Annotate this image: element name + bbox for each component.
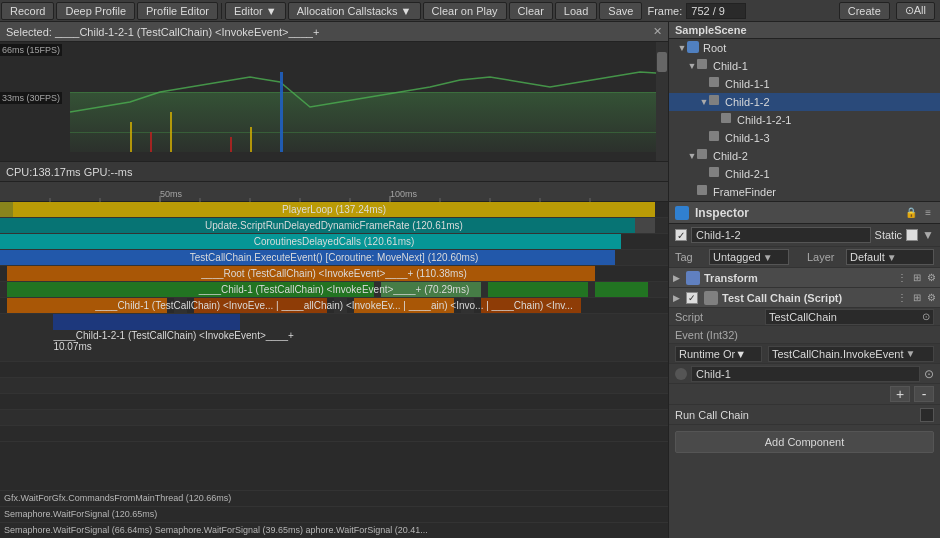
transform-grid-icon[interactable]: ⊞ [913, 272, 921, 283]
runtime-row: Runtime Or▼ TestCallChain.InvokeEvent ▼ [669, 344, 940, 364]
script-component-header[interactable]: ▶ ✓ Test Call Chain (Script) ⋮ ⊞ ⚙ [669, 288, 940, 308]
event-row: Event (Int32) [669, 326, 940, 344]
scene-icon [687, 41, 701, 55]
script-grid-icon[interactable]: ⊞ [913, 292, 921, 303]
profiler-row[interactable]: TestCallChain.ExecuteEvent() [Coroutine:… [0, 250, 668, 266]
script-settings-icon[interactable]: ⋮ [897, 292, 907, 303]
search-all-button[interactable]: ⊙All [896, 2, 935, 20]
profiler-row[interactable] [0, 394, 668, 410]
tree-item-label: Child-1-2 [725, 96, 770, 108]
clear-button[interactable]: Clear [509, 2, 553, 20]
bottom-row-3: Semaphore.WaitForSignal (66.64ms) Semaph… [0, 523, 668, 538]
close-selected-button[interactable]: ✕ [653, 25, 662, 38]
tree-item-child1[interactable]: ▼ Child-1 [669, 57, 940, 75]
lock-tab[interactable]: 🔒 [902, 207, 920, 218]
profiler-row[interactable]: ____Child-1-2-1 (TestCallChain) <InvokeE… [0, 314, 668, 362]
script-gear-icon[interactable]: ⚙ [927, 292, 936, 303]
save-button[interactable]: Save [599, 2, 642, 20]
script-value-text: TestCallChain [769, 311, 837, 323]
event-label: Event (Int32) [675, 329, 738, 341]
tree-item-framefinder[interactable]: FrameFinder [669, 183, 940, 201]
runtime-value-dropdown[interactable]: TestCallChain.InvokeEvent ▼ [768, 346, 934, 362]
chart-scrollbar[interactable] [656, 42, 668, 161]
load-button[interactable]: Load [555, 2, 597, 20]
delegate-remove-button[interactable]: ⊙ [924, 367, 934, 381]
allocation-callstacks-button[interactable]: Allocation Callstacks ▼ [288, 2, 421, 20]
runtime-value-arrow: ▼ [905, 348, 915, 359]
delegate-input[interactable] [691, 366, 920, 382]
add-delegate-button[interactable]: + [890, 386, 910, 402]
remove-delegate-button[interactable]: - [914, 386, 934, 402]
gameobj-icon [697, 59, 711, 73]
tree-item-label: Child-1 [713, 60, 748, 72]
profiler-row[interactable] [0, 410, 668, 426]
profiler-row[interactable] [0, 362, 668, 378]
profiler-row[interactable]: PlayerLoop (137.24ms) [0, 202, 668, 218]
layer-value: Default [850, 251, 885, 263]
active-checkbox[interactable]: ✓ [675, 229, 687, 241]
layer-dropdown[interactable]: Default ▼ [846, 249, 934, 265]
inspector-panel: Inspector 🔒 ≡ ✓ Static ▼ Tag [669, 202, 940, 538]
frame-label: Frame: [643, 5, 686, 17]
tree-item-child2[interactable]: ▼ Child-2 [669, 147, 940, 165]
create-button[interactable]: Create [839, 2, 890, 20]
tree-item-child13[interactable]: Child-1-3 [669, 129, 940, 147]
timeline-ruler: 50ms 100ms [0, 182, 668, 202]
profiler-rows[interactable]: PlayerLoop (137.24ms) Update.ScriptRunDe… [0, 202, 668, 490]
inspector-title: Inspector [695, 206, 749, 220]
ruler-ticks [0, 182, 660, 202]
tree-arrow: ▼ [699, 97, 709, 107]
cpu-gpu-text: CPU:138.17ms GPU:--ms [6, 166, 133, 178]
bottom-row-1: Gfx.WaitForGfx.CommandsFromMainThread (1… [0, 491, 668, 507]
runtime-dropdown[interactable]: Runtime Or▼ [675, 346, 762, 362]
object-name-input[interactable] [691, 227, 871, 243]
tag-dropdown[interactable]: Untagged ▼ [709, 249, 789, 265]
static-checkbox[interactable] [906, 229, 918, 241]
editor-dropdown-button[interactable]: Editor ▼ [225, 2, 286, 20]
deep-profile-button[interactable]: Deep Profile [56, 2, 135, 20]
profiler-scroll[interactable]: 50ms 100ms [0, 182, 668, 490]
transform-gear-icon[interactable]: ⚙ [927, 272, 936, 283]
script-label: Script [675, 311, 765, 323]
profile-editor-button[interactable]: Profile Editor [137, 2, 218, 20]
record-button[interactable]: Record [1, 2, 54, 20]
frame-input[interactable] [686, 3, 746, 19]
add-component-button[interactable]: Add Component [675, 431, 934, 453]
transform-settings-icon[interactable]: ⋮ [897, 272, 907, 283]
profiler-row[interactable]: ____Child-1 (TestCallChain) <InvokeEvent… [0, 282, 668, 298]
gameobj-icon [709, 77, 723, 91]
tree-item-root[interactable]: ▼ Root [669, 39, 940, 57]
tag-arrow: ▼ [763, 252, 773, 263]
tree-item-child12[interactable]: ▼ Child-1-2 [669, 93, 940, 111]
run-chain-checkbox[interactable] [920, 408, 934, 422]
tree-item-child21[interactable]: Child-2-1 [669, 165, 940, 183]
profiler-row[interactable] [0, 378, 668, 394]
delegate-row: ⊙ [669, 364, 940, 384]
tree-arrow: ▼ [677, 43, 687, 53]
menu-tab[interactable]: ≡ [922, 207, 934, 218]
main-area: Selected: ____Child-1-2-1 (TestCallChain… [0, 22, 940, 538]
tree-item-child11[interactable]: Child-1-1 [669, 75, 940, 93]
profiler-row[interactable]: CoroutinesDelayedCalls (120.61ms) [0, 234, 668, 250]
static-dropdown-arrow[interactable]: ▼ [922, 228, 934, 242]
timeline-chart[interactable]: 66ms (15FPS) 33ms (30FPS) [0, 42, 668, 162]
profiler-row[interactable]: Update.ScriptRunDelayedDynamicFrameRate … [0, 218, 668, 234]
clear-on-play-button[interactable]: Clear on Play [423, 2, 507, 20]
tree-item-label: Root [703, 42, 726, 54]
transform-expand-arrow: ▶ [673, 273, 680, 283]
profiler-row[interactable] [0, 426, 668, 442]
profiler-row[interactable]: ____Root (TestCallChain) <InvokeEvent>__… [0, 266, 668, 282]
scene-tree[interactable]: SampleScene ▼ Root ▼ Child-1 Child-1-1 [669, 22, 940, 202]
layer-label: Layer [807, 251, 842, 263]
profiler-row[interactable]: ____Child-1 (TestCallChain) <InvoEve... … [0, 298, 668, 314]
tree-item-label: Child-2-1 [725, 168, 770, 180]
tree-item-label: Child-1-3 [725, 132, 770, 144]
gameobj-icon [709, 95, 723, 109]
tree-arrow: ▼ [687, 61, 697, 71]
transform-component-header[interactable]: ▶ Transform ⋮ ⊞ ⚙ [669, 268, 940, 288]
script-value-field[interactable]: TestCallChain ⊙ [765, 309, 934, 325]
tree-item-label: Child-2 [713, 150, 748, 162]
tree-arrow: ▼ [687, 151, 697, 161]
tree-item-child121[interactable]: Child-1-2-1 [669, 111, 940, 129]
script-active-checkbox[interactable]: ✓ [686, 292, 698, 304]
